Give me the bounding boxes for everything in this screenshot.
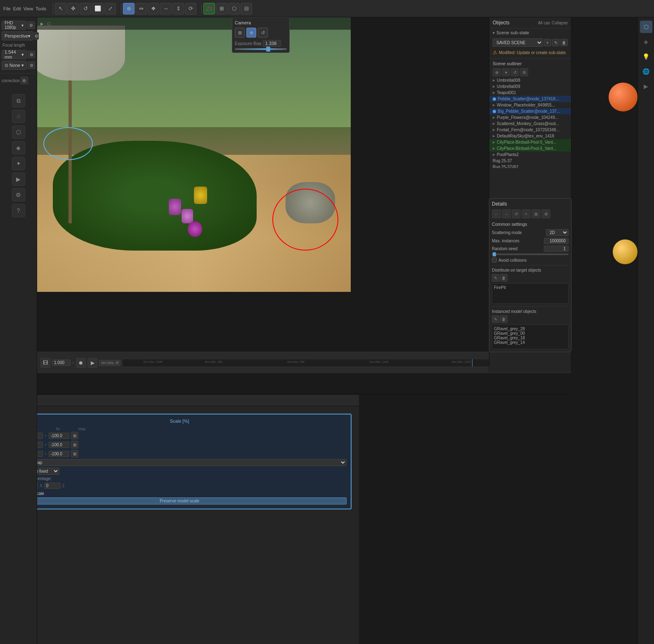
tl-record[interactable]: ⏺ — [76, 358, 86, 368]
z-map-btn[interactable]: ⊞ — [71, 450, 78, 457]
seed-slider[interactable] — [492, 253, 569, 255]
distribute-edit-btn[interactable]: ✎ — [492, 274, 499, 282]
rotate-tool[interactable]: ↺ — [80, 3, 91, 14]
map-select[interactable]: No Map — [24, 459, 347, 466]
outliner-item-big-pebble[interactable]: Big_Pebble_Scatter@node_137... — [489, 108, 571, 114]
details-forward[interactable]: → — [502, 209, 511, 218]
outliner-item-window[interactable]: ▶ Window_Placeholder_849855... — [489, 102, 571, 108]
collapse-btn[interactable]: Collapse — [552, 21, 568, 25]
material-icon[interactable]: ◈ — [12, 141, 25, 154]
camera-target-btn[interactable]: ⊕ — [246, 28, 256, 38]
saved-scene-select[interactable]: SAVED SCENE — [493, 38, 543, 47]
outliner-item-umbrella009[interactable]: ▶ Umbrella009 — [489, 83, 571, 90]
timeline-track[interactable]: 0m:10s; 234f 0m:02s; 48f 0m:04s; 96f 0m:… — [122, 359, 534, 367]
menu-file[interactable]: File — [3, 6, 11, 11]
perspective-dropdown[interactable]: Perspective ▾ — [2, 31, 33, 40]
random-seed-value[interactable]: 1 — [544, 246, 569, 252]
avoid-collisions-checkbox[interactable] — [492, 258, 497, 263]
render-pass[interactable]: ⊟ — [241, 3, 252, 14]
max-instances-value[interactable]: 1000000 — [544, 238, 569, 244]
outliner-item-default-raysky[interactable]: ▶ DefaultRaySky@tex_env_1418 — [489, 133, 571, 139]
outliner-settings[interactable]: ⚙ — [520, 68, 528, 76]
outliner-item-cityplace1[interactable]: ▶ CityPlace-Birdsall-Pool-5_Vant... — [489, 139, 571, 145]
details-back[interactable]: ← — [492, 209, 501, 218]
instanced-edit-btn[interactable]: ✎ — [492, 315, 499, 323]
tl-play[interactable]: ▶ — [87, 358, 97, 368]
menu-view[interactable]: View — [24, 6, 33, 11]
correction-settings[interactable]: ⚙ — [21, 77, 28, 84]
preserve-btn[interactable]: Preserve model scale — [12, 497, 347, 504]
exposure-slider[interactable] — [235, 48, 287, 50]
outliner-item-rug2[interactable]: Rug 25-37@2 — [489, 164, 571, 168]
distribute-delete-btn[interactable]: 🗑 — [500, 274, 508, 282]
outliner-refresh[interactable]: ↺ — [511, 68, 519, 76]
none-dropdown[interactable]: ⊙ None ▾ — [2, 61, 27, 70]
render-region[interactable]: ⊞ — [216, 3, 227, 14]
outliner-item-pebble-scatter[interactable]: Pebble_Scatter@node_137418... — [489, 96, 571, 102]
outliner-item-cityplace2[interactable]: ▶ CityPlace-Birdsall-Pool-5_Vant... — [489, 145, 571, 152]
outliner-filter[interactable]: ▾ — [502, 68, 510, 76]
object-icon[interactable]: ⬡ — [12, 125, 25, 139]
delete-scene-btn[interactable]: 🗑 — [560, 39, 568, 46]
camera-rotate-btn[interactable]: ↺ — [258, 28, 268, 38]
scatter-mode-select[interactable]: 2D — [546, 229, 569, 236]
menu-tools[interactable]: Tools — [35, 6, 46, 11]
tl-scale-input[interactable] — [52, 360, 71, 366]
details-copy[interactable]: ⊞ — [531, 209, 541, 218]
zoom-btn[interactable]: ↔ — [160, 3, 172, 14]
x-to-input[interactable] — [49, 433, 69, 439]
orbit-btn[interactable]: ⇔ — [135, 3, 147, 14]
scatter-icon[interactable]: ⁙ — [12, 110, 25, 123]
details-add[interactable]: + — [522, 209, 531, 218]
x-step-input[interactable] — [44, 483, 61, 489]
menu-edit[interactable]: Edit — [13, 6, 21, 11]
right-materials-icon[interactable]: ◈ — [640, 36, 652, 48]
x-map-btn[interactable]: ⊞ — [71, 432, 78, 439]
film-icon[interactable]: 🎞 — [40, 358, 50, 368]
align-btn[interactable]: ⟳ — [185, 3, 196, 14]
right-env-icon[interactable]: 🌐 — [640, 65, 652, 78]
z-to-input[interactable] — [49, 451, 69, 457]
render-view[interactable]: ⬡ — [228, 3, 240, 14]
render-btn[interactable]: 🎥 — [203, 3, 215, 14]
y-to-input[interactable] — [49, 442, 69, 448]
instanced-delete-btn[interactable]: 🗑 — [500, 315, 508, 323]
scale-tool[interactable]: ⬜ — [92, 3, 104, 14]
right-lights-icon[interactable]: 💡 — [640, 50, 652, 63]
edit-scene-btn[interactable]: ✎ — [552, 39, 560, 46]
add-scene-btn[interactable]: + — [544, 39, 551, 46]
resolution-dropdown[interactable]: FHD 1080p ▾ — [2, 21, 26, 30]
right-objects-icon[interactable]: ⬡ — [640, 21, 652, 33]
move-tool[interactable]: ✥ — [67, 3, 79, 14]
outliner-item-rug1[interactable]: Rug 25-37 — [489, 158, 571, 164]
outliner-item-scattered-monkey[interactable]: ▶ Scattered_Monkey_Grass@nod... — [489, 121, 571, 127]
focal-settings[interactable]: ⚙ — [28, 51, 35, 58]
fx-icon[interactable]: ✦ — [12, 157, 25, 170]
outliner-item-purple-flowers[interactable]: ▶ Purple_Flowers@node_104249... — [489, 114, 571, 121]
outliner-item-umbrella008[interactable]: ▶ Umbrella008 — [489, 77, 571, 83]
exposure-value[interactable]: 1.338 — [263, 40, 281, 47]
settings-icon[interactable]: ⚙ — [12, 188, 25, 201]
details-refresh[interactable]: ↺ — [512, 209, 521, 218]
camera-frame-btn[interactable]: ⊞ — [235, 28, 245, 38]
right-render-icon[interactable]: ▶ — [640, 80, 652, 92]
y-map-btn[interactable]: ⊞ — [71, 441, 78, 448]
outliner-add[interactable]: ⊕ — [493, 68, 501, 76]
none-settings[interactable]: ⚙ — [28, 62, 35, 69]
outliner-item-poolplants[interactable]: ▶ PoolPlants2 — [489, 152, 571, 158]
fit-btn[interactable]: ⇕ — [172, 3, 184, 14]
tl-time-display[interactable]: 0m:00s; 0f — [99, 360, 120, 366]
outliner-item-teapot[interactable]: ▶ Teapot001 — [489, 90, 571, 96]
details-settings[interactable]: ⚙ — [541, 209, 550, 218]
layers-icon[interactable]: ⧉ — [12, 94, 25, 107]
scene-substate-header[interactable]: ▾ Scene sub-state — [489, 28, 571, 37]
all-cas-btn[interactable]: All cas — [538, 21, 550, 25]
render-icon[interactable]: ▶ — [12, 173, 25, 186]
transform-tool[interactable]: ⤢ — [104, 3, 116, 14]
select-tool[interactable]: ↖ — [55, 3, 66, 14]
outliner-item-foxtail[interactable]: ▶ Foxtail_Fern@node_107250348... — [489, 127, 571, 133]
help-icon[interactable]: ? — [12, 204, 25, 217]
pan-btn[interactable]: ❖ — [148, 3, 159, 14]
resolution-settings[interactable]: ⚙ — [27, 21, 35, 29]
viewport-btn[interactable]: ⊕ — [123, 3, 135, 14]
